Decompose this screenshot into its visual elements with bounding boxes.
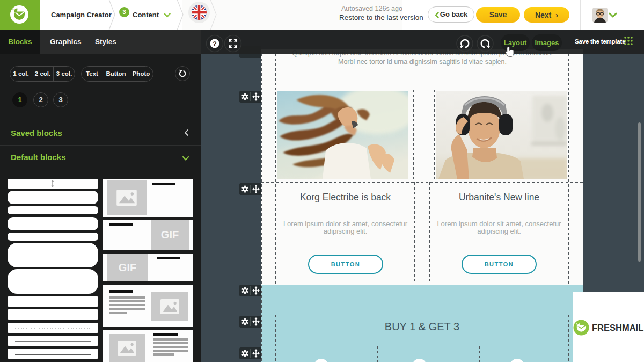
svg-text:?: ? (213, 40, 216, 47)
